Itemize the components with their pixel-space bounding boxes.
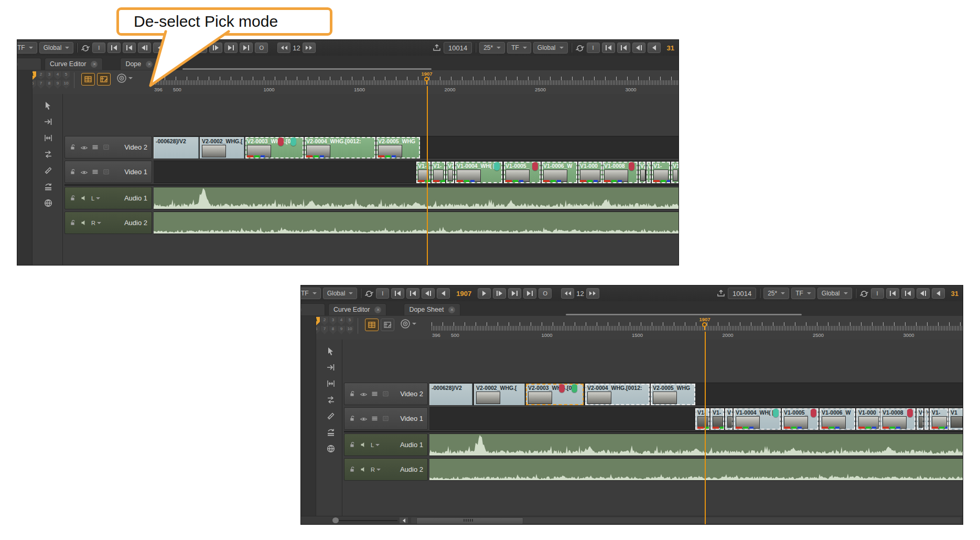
export-icon[interactable] bbox=[716, 289, 726, 298]
timeline-clip[interactable]: V1 bbox=[725, 408, 733, 430]
step-back-button[interactable] bbox=[932, 288, 945, 299]
tool-slide-icon[interactable] bbox=[40, 147, 56, 161]
mark-in-button[interactable]: I bbox=[92, 43, 105, 53]
fps-dropdown[interactable]: 25* bbox=[763, 288, 789, 299]
tool-trim-icon[interactable] bbox=[323, 377, 339, 390]
tf-dropdown[interactable]: TF bbox=[17, 42, 37, 54]
tool-ripple-icon[interactable] bbox=[323, 426, 339, 439]
layout-grid-button[interactable] bbox=[365, 319, 379, 331]
frame-count-field[interactable]: 10014 bbox=[728, 288, 756, 299]
marker-flag-4[interactable]: 4 bbox=[338, 317, 345, 325]
close-icon[interactable]: ✕ bbox=[146, 61, 153, 68]
fast-forward-button[interactable] bbox=[303, 43, 316, 53]
tool-cursor-icon[interactable] bbox=[323, 344, 339, 358]
fps-dropdown[interactable]: 25* bbox=[479, 42, 505, 54]
timeline-clip[interactable]: V2-0003_WHG.[0 bbox=[526, 384, 584, 405]
step-back-button[interactable] bbox=[153, 43, 166, 53]
tab-stub[interactable]: ✕ bbox=[300, 303, 325, 315]
track-header-a1[interactable]: LAudio 1 bbox=[64, 187, 152, 209]
marker-flag-2[interactable]: 2 bbox=[321, 317, 328, 325]
track-header-v2[interactable]: Video 2 bbox=[344, 383, 428, 405]
tf-dropdown[interactable]: TF bbox=[301, 288, 321, 299]
prev-cut-button[interactable] bbox=[123, 43, 136, 53]
close-icon[interactable]: ✕ bbox=[91, 61, 98, 68]
timeline-clip[interactable]: \ bbox=[924, 408, 929, 430]
marker-flag-9[interactable]: 9 bbox=[54, 80, 61, 89]
tool-globe-icon[interactable] bbox=[323, 442, 339, 456]
tool-cursor-icon[interactable] bbox=[40, 99, 56, 112]
export-icon[interactable] bbox=[432, 43, 441, 52]
tab-dope[interactable]: Dope✕ bbox=[120, 58, 158, 70]
timeline-clip[interactable]: V1 bbox=[639, 162, 645, 183]
track-header-a2[interactable]: RAudio 2 bbox=[64, 211, 152, 234]
timeline-clip[interactable]: \ bbox=[647, 162, 651, 183]
track-header-v2[interactable]: Video 2 bbox=[64, 136, 152, 158]
marker-flag-4[interactable]: 4 bbox=[54, 71, 61, 80]
next-cut-button[interactable] bbox=[508, 288, 521, 299]
timeline-clip[interactable]: V1- bbox=[416, 162, 430, 183]
tool-trim-icon[interactable] bbox=[40, 131, 56, 145]
mark-in-button[interactable]: I bbox=[376, 288, 389, 299]
layout-grid-button[interactable] bbox=[81, 73, 95, 86]
pick-target-button[interactable] bbox=[116, 72, 133, 84]
vertical-zoom-knob[interactable] bbox=[332, 517, 339, 523]
global-dropdown[interactable]: Global bbox=[533, 42, 568, 54]
tab-scrollbar[interactable] bbox=[566, 314, 802, 315]
loop-icon[interactable] bbox=[81, 43, 90, 52]
timeline-clip[interactable]: V1 bbox=[671, 162, 679, 183]
tf-dropdown[interactable]: TF bbox=[791, 288, 815, 299]
tool-insert-icon[interactable] bbox=[323, 361, 339, 374]
timeline-clip[interactable]: V2-0005_WHG bbox=[651, 384, 695, 405]
timeline-clip[interactable]: V2-0002_WHG.[ bbox=[474, 384, 525, 405]
marker-flag-2[interactable]: 2 bbox=[37, 71, 45, 80]
marker-flag-10[interactable]: 10 bbox=[62, 80, 70, 89]
playhead-pin[interactable] bbox=[702, 322, 707, 327]
timeline-clip[interactable]: V1 bbox=[446, 162, 454, 183]
marker-flag-8[interactable]: 8 bbox=[46, 80, 53, 89]
timeline-clip[interactable]: V1-0005_ bbox=[782, 408, 819, 430]
timeline-clip[interactable]: V1-0005_ bbox=[504, 162, 541, 183]
zero-button[interactable]: O bbox=[539, 288, 552, 299]
track-header-a1[interactable]: LAudio 1 bbox=[344, 433, 428, 456]
tf-dropdown[interactable]: TF bbox=[507, 42, 531, 54]
go-first-button[interactable] bbox=[107, 43, 121, 53]
timeline-clip[interactable]: V1- bbox=[710, 408, 724, 430]
timeline-clip[interactable]: V2-0003_WHG.[0 bbox=[245, 137, 304, 158]
timeline-clip[interactable]: V1 bbox=[917, 408, 923, 430]
rewind-button[interactable] bbox=[277, 43, 290, 53]
global-dropdown[interactable]: Global bbox=[323, 288, 358, 299]
timeline-clip[interactable]: V1-000 bbox=[856, 408, 880, 430]
close-icon[interactable]: ✕ bbox=[374, 306, 381, 313]
loop-icon[interactable] bbox=[364, 289, 374, 298]
timeline-clip[interactable]: V1-0008 bbox=[602, 162, 638, 183]
go-first-button[interactable] bbox=[602, 43, 615, 53]
prev-frame-button[interactable] bbox=[632, 43, 645, 53]
tool-razor-icon[interactable] bbox=[40, 164, 56, 177]
fast-forward-button[interactable] bbox=[586, 288, 599, 299]
prev-frame-button[interactable] bbox=[917, 288, 930, 299]
marker-flag-7[interactable]: 7 bbox=[321, 326, 328, 334]
marker-flag-5[interactable]: 5 bbox=[346, 317, 353, 325]
timeline-clip[interactable]: V1 bbox=[949, 408, 963, 430]
timeline-clip[interactable]: V1-0006_W bbox=[542, 162, 577, 183]
step-back-button[interactable] bbox=[437, 288, 450, 299]
marker-flag-9[interactable]: 9 bbox=[338, 326, 345, 334]
play-button[interactable] bbox=[194, 43, 207, 53]
timeline-clip[interactable]: V1-0006_W bbox=[820, 408, 855, 430]
marker-flag-3[interactable]: 3 bbox=[46, 71, 53, 80]
track-header-v1[interactable]: Video 1 bbox=[344, 407, 428, 430]
mark-in-button[interactable]: I bbox=[587, 43, 600, 53]
pick-mode-button[interactable] bbox=[97, 73, 111, 86]
step-back-button[interactable] bbox=[648, 43, 661, 53]
next-cut-button[interactable] bbox=[224, 43, 238, 53]
track-header-a2[interactable]: RAudio 2 bbox=[344, 458, 428, 481]
marker-flag-5[interactable]: 5 bbox=[62, 71, 70, 80]
rewind-button[interactable] bbox=[561, 288, 574, 299]
timeline-clip[interactable]: V1- bbox=[432, 162, 445, 183]
prev-frame-button[interactable] bbox=[138, 43, 151, 53]
go-last-button[interactable] bbox=[240, 43, 253, 53]
global-dropdown[interactable]: Global bbox=[39, 42, 74, 54]
prev-cut-button[interactable] bbox=[406, 288, 419, 299]
timeline-clip[interactable]: V1- bbox=[695, 408, 709, 430]
timeline-clip[interactable]: V1-000 bbox=[578, 162, 602, 183]
